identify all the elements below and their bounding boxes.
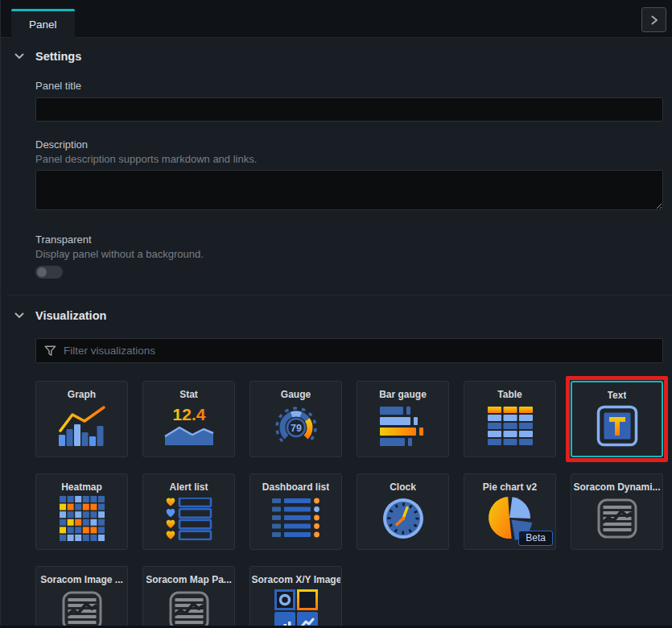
soracom-panel-icon [596,498,638,539]
visualization-title: Visualization [35,309,106,322]
vis-card-label: Table [497,389,522,400]
funnel-icon [44,345,56,357]
transparent-label: Transparent [35,233,663,246]
vis-card-soracom-map[interactable]: Soracom Map Pa... [142,566,235,628]
description-textarea[interactable] [35,170,663,210]
vis-card-label: Stat [179,389,198,400]
visualization-section: Visualization Graph [1,309,672,628]
tab-panel-label: Panel [29,19,57,31]
xy-image-icon [274,589,319,628]
vis-card-clock[interactable]: Clock [357,473,449,550]
transparent-toggle[interactable] [35,266,63,279]
vis-card-graph[interactable]: Graph [35,381,128,457]
soracom-panel-icon [61,590,103,628]
vis-card-label: Text [608,390,627,401]
visualization-grid: Graph Stat 12.4 [35,381,663,628]
collapse-sidebar-button[interactable] [641,7,666,32]
vis-card-alert-list[interactable]: Alert list [142,473,235,550]
vis-card-label: Bar gauge [379,389,427,400]
chevron-down-icon [14,53,24,60]
soracom-panel-icon [168,590,210,628]
visualization-section-header[interactable]: Visualization [1,309,672,322]
tab-panel[interactable]: Panel [11,9,75,38]
vis-card-text[interactable]: Text [571,381,663,457]
vis-card-label: Pie chart v2 [483,481,537,493]
bar-gauge-icon [380,407,427,446]
transparent-help: Display panel without a background. [35,248,663,260]
vis-card-label: Soracom Map Pa... [146,574,232,585]
table-icon [487,406,534,446]
filter-visualizations-input[interactable] [35,338,663,363]
vis-card-label: Alert list [169,481,208,493]
svg-text:12.4: 12.4 [172,405,205,423]
stat-icon: 12.4 [163,405,215,447]
vis-card-dashboard-list[interactable]: Dashboard list [249,473,342,550]
vis-card-label: Clock [390,481,416,493]
vis-card-bar-gauge[interactable]: Bar gauge [357,381,449,457]
panel-title-label: Panel title [35,80,663,92]
vis-card-gauge[interactable]: Gauge 79 [249,381,342,457]
vis-card-soracom-xy-image[interactable]: Soracom X/Y Image [249,566,342,628]
section-divider [7,295,672,295]
chevron-down-icon [14,312,24,319]
vis-card-pie-chart-v2[interactable]: Pie chart v2 Beta [464,473,556,550]
panel-editor-sidebar: Panel Settings Panel title Description P… [1,0,672,628]
description-label: Description [35,138,663,151]
vis-card-stat[interactable]: Stat 12.4 [142,381,235,457]
vis-card-soracom-image[interactable]: Soracom Image ... [35,566,128,628]
text-icon [596,405,638,447]
vis-card-label: Soracom X/Y Image [252,574,340,585]
vis-card-label: Dashboard list [262,481,329,493]
settings-section-header[interactable]: Settings [1,50,672,63]
vis-card-soracom-dynamic[interactable]: Soracom Dynami... [571,473,663,550]
panel-title-input[interactable] [35,97,663,122]
svg-text:79: 79 [291,423,302,434]
clock-icon [381,496,426,541]
toggle-knob [37,267,47,277]
chevron-right-icon [649,14,659,26]
heatmap-icon [59,495,105,542]
description-help: Panel description supports markdown and … [35,153,663,165]
gauge-icon: 79 [274,403,319,448]
beta-badge: Beta [518,531,553,546]
alert-list-icon [166,498,212,540]
settings-title: Settings [35,50,81,63]
graph-icon [58,406,106,446]
vis-card-label: Soracom Image ... [40,574,123,585]
vis-card-label: Heatmap [61,481,102,493]
dashboard-list-icon [272,498,320,539]
settings-section: Settings Panel title Description Panel d… [1,50,672,279]
vis-card-table[interactable]: Table [464,381,556,457]
vis-card-heatmap[interactable]: Heatmap [35,473,128,550]
tab-bar: Panel [1,0,672,38]
vis-card-label: Gauge [281,389,311,400]
vis-card-label: Soracom Dynami... [573,481,660,493]
vis-card-label: Graph [68,389,96,400]
